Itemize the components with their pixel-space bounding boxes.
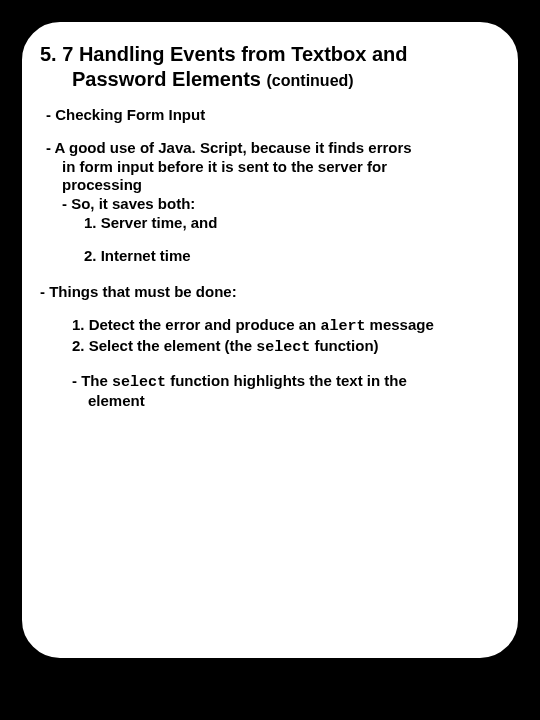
select-element-text-a: 2. Select the element (the <box>72 337 256 354</box>
alert-code: alert <box>320 318 365 335</box>
bullet-good-use: - A good use of Java. Script, because it… <box>46 139 500 158</box>
title-line2: Password Elements <box>72 68 267 90</box>
footer-chapter: Chapter 5 <box>78 685 147 702</box>
slide-title: 5. 7 Handling Events from Textbox and Pa… <box>40 42 500 92</box>
select-code-2: select <box>112 374 166 391</box>
slide-footer: Chapter 5 © 2010 by Addison Wesley Longm… <box>0 682 540 702</box>
footer-copyright: © 2010 by Addison Wesley Longman, Inc. <box>170 688 387 700</box>
bullet-detect-error: 1. Detect the error and produce an alert… <box>72 316 500 337</box>
detect-error-text-a: 1. Detect the error and produce an <box>72 316 320 333</box>
bullet-internet-time: 2. Internet time <box>84 247 500 266</box>
bullet-select-highlights-line2: element <box>88 392 500 411</box>
slide-frame: 5. 7 Handling Events from Textbox and Pa… <box>20 20 520 660</box>
select-code-1: select <box>256 339 310 356</box>
bullet-good-use-line3: processing <box>62 176 500 195</box>
slide-body: - Checking Form Input - A good use of Ja… <box>40 106 500 411</box>
bullet-checking-form-input: - Checking Form Input <box>46 106 500 125</box>
bullet-good-use-line2: in form input before it is sent to the s… <box>62 158 500 177</box>
title-continued: (continued) <box>267 72 354 89</box>
bullet-saves-both: - So, it saves both: <box>62 195 500 214</box>
select-element-text-b: function) <box>310 337 378 354</box>
footer-page-number: 11 <box>465 681 485 702</box>
select-highlights-b: function highlights the text in the <box>166 372 407 389</box>
bullet-server-time: 1. Server time, and <box>84 214 500 233</box>
title-line1: 5. 7 Handling Events from Textbox and <box>40 43 407 65</box>
select-highlights-a: - The <box>72 372 112 389</box>
detect-error-text-b: message <box>365 316 433 333</box>
bullet-select-element: 2. Select the element (the select functi… <box>72 337 500 358</box>
bullet-things-done: - Things that must be done: <box>40 283 500 302</box>
bullet-select-highlights: - The select function highlights the tex… <box>72 372 500 393</box>
